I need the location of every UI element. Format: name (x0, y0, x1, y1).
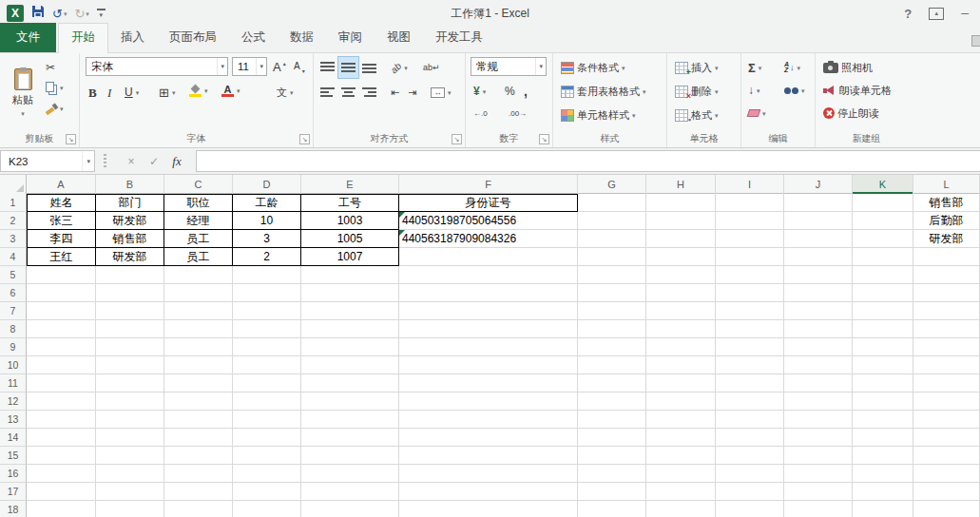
column-header-J[interactable]: J (784, 175, 853, 194)
cell-E12[interactable] (301, 393, 399, 411)
align-left-button[interactable] (317, 82, 337, 103)
cell-E13[interactable] (301, 411, 399, 429)
redo-button[interactable]: ↻ ▾ (74, 8, 88, 20)
cell-A16[interactable] (27, 465, 96, 483)
cell-A15[interactable] (27, 447, 96, 465)
column-header-I[interactable]: I (716, 175, 784, 194)
ribbon-display-options-button[interactable]: ▴ (929, 8, 944, 20)
cell-G9[interactable] (578, 338, 646, 356)
minimize-button[interactable]: ─ (961, 8, 969, 19)
cell-F15[interactable] (399, 447, 578, 465)
row-header-16[interactable]: 16 (0, 465, 27, 483)
cell-G7[interactable] (578, 302, 646, 320)
comma-style-button[interactable]: , (521, 81, 530, 102)
cell-F8[interactable] (399, 320, 578, 338)
cell-J12[interactable] (784, 393, 853, 411)
row-header-2[interactable]: 2 (0, 212, 27, 230)
cell-C10[interactable] (164, 356, 233, 374)
cell-L15[interactable] (913, 447, 980, 465)
fill-button[interactable]: ↓ ▾ (745, 80, 763, 101)
sort-filter-button[interactable]: A Z ↓ ▾ (781, 57, 803, 78)
cell-K2[interactable] (853, 212, 913, 230)
cell-L9[interactable] (913, 338, 980, 356)
italic-button[interactable]: I (105, 82, 114, 103)
cell-J18[interactable] (784, 501, 853, 517)
cell-K15[interactable] (853, 447, 913, 465)
decrease-indent-button[interactable]: ⇤ (388, 82, 402, 103)
cell-H18[interactable] (646, 501, 716, 517)
cell-E2[interactable]: 1003 (301, 212, 399, 230)
row-header-1[interactable]: 1 (0, 194, 27, 212)
cell-G13[interactable] (578, 411, 646, 429)
cell-L12[interactable] (913, 393, 980, 411)
cell-J9[interactable] (784, 338, 853, 356)
cell-F12[interactable] (399, 393, 578, 411)
cell-H9[interactable] (646, 338, 716, 356)
cell-C9[interactable] (164, 338, 233, 356)
paste-button[interactable]: 粘贴 ▾ (5, 57, 41, 127)
phonetic-guide-button[interactable]: 文 ▾ (274, 82, 297, 103)
cell-D16[interactable] (233, 465, 301, 483)
cell-D7[interactable] (233, 302, 301, 320)
cell-C11[interactable] (164, 374, 233, 393)
cell-K12[interactable] (853, 393, 913, 411)
cell-C5[interactable] (164, 266, 233, 284)
cell-J4[interactable] (784, 248, 853, 266)
conditional-formatting-button[interactable]: 条件格式 ▾ (558, 57, 628, 78)
cell-I12[interactable] (716, 393, 784, 411)
cell-A17[interactable] (27, 483, 96, 501)
cell-D3[interactable]: 3 (233, 230, 301, 248)
cell-E6[interactable] (301, 284, 399, 302)
tab-home[interactable]: 开始 (58, 23, 108, 53)
select-all-corner[interactable] (0, 175, 27, 194)
tab-view[interactable]: 视图 (375, 24, 423, 52)
cell-G17[interactable] (578, 483, 646, 501)
cell-D1[interactable]: 工龄 (233, 194, 301, 212)
cell-J8[interactable] (784, 320, 853, 338)
cell-C7[interactable] (164, 302, 233, 320)
cell-I14[interactable] (716, 429, 784, 447)
cell-K16[interactable] (853, 465, 913, 483)
increase-decimal-button[interactable]: ←.0 (471, 104, 490, 124)
cell-B15[interactable] (96, 447, 164, 465)
decrease-font-size-button[interactable]: A ▾ (291, 56, 308, 77)
cell-H4[interactable] (646, 248, 716, 266)
column-header-B[interactable]: B (96, 175, 164, 194)
cell-C3[interactable]: 员工 (164, 230, 233, 248)
cell-G11[interactable] (578, 374, 646, 393)
save-button[interactable] (31, 5, 45, 22)
cell-K6[interactable] (853, 284, 913, 302)
row-header-18[interactable]: 18 (0, 501, 27, 517)
insert-function-button[interactable]: fx (165, 150, 188, 172)
cell-E10[interactable] (301, 356, 399, 374)
cell-B8[interactable] (96, 320, 164, 338)
dialog-launcher-font[interactable]: ↘ (299, 134, 310, 144)
wrap-text-button[interactable]: ab↵ (420, 57, 443, 78)
cell-K10[interactable] (853, 356, 913, 374)
cell-D13[interactable] (233, 411, 301, 429)
stop-speaking-button[interactable]: 停止朗读 (820, 103, 882, 124)
cell-B16[interactable] (96, 465, 164, 483)
cell-I7[interactable] (716, 302, 784, 320)
cell-I17[interactable] (716, 483, 784, 501)
cell-I6[interactable] (716, 284, 784, 302)
cell-B3[interactable]: 销售部 (96, 230, 164, 248)
row-header-13[interactable]: 13 (0, 411, 27, 429)
cell-G16[interactable] (578, 465, 646, 483)
cell-H12[interactable] (646, 393, 716, 411)
column-header-E[interactable]: E (301, 175, 399, 194)
cell-A13[interactable] (27, 411, 96, 429)
cell-K18[interactable] (853, 501, 913, 517)
cell-H8[interactable] (646, 320, 716, 338)
cell-K3[interactable] (853, 230, 913, 248)
cell-K17[interactable] (853, 483, 913, 501)
row-header-7[interactable]: 7 (0, 302, 27, 320)
cell-L11[interactable] (913, 374, 980, 393)
cell-E9[interactable] (301, 338, 399, 356)
cell-E8[interactable] (301, 320, 399, 338)
cell-E1[interactable]: 工号 (301, 194, 399, 212)
cell-G5[interactable] (578, 266, 646, 284)
camera-button[interactable]: 照相机 (820, 57, 875, 78)
cell-C12[interactable] (164, 393, 233, 411)
cell-A10[interactable] (27, 356, 96, 374)
